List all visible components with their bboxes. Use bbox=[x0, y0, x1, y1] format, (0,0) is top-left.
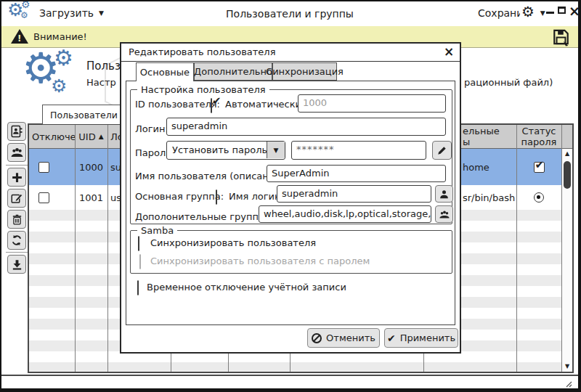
extra-groups-field[interactable]: wheel,audio,disk,lp,optical,storage,user… bbox=[259, 205, 431, 223]
login-name-checkbox[interactable] bbox=[216, 189, 217, 205]
disable-account-checkbox[interactable] bbox=[137, 280, 139, 295]
user-settings-legend: Настройка пользователя bbox=[137, 84, 269, 95]
row2-password-status-cell bbox=[516, 185, 561, 210]
address-book-button[interactable] bbox=[7, 122, 26, 141]
app-window: ⚙ ⚙ ⚙ Загрузить ▼ Пользователи и группы … bbox=[0, 0, 581, 392]
column-separator bbox=[75, 125, 76, 372]
cancel-button[interactable]: Отменить bbox=[307, 328, 380, 348]
edit-password-button[interactable] bbox=[432, 141, 452, 160]
cancel-icon bbox=[312, 333, 322, 343]
page-subtitle-fragment-right: рационный файл) bbox=[464, 77, 553, 88]
edit-user-button[interactable] bbox=[7, 189, 26, 208]
resize-grip[interactable] bbox=[564, 379, 572, 388]
row2-disabled-checkbox[interactable] bbox=[38, 192, 49, 203]
apply-button-label: Применить bbox=[400, 332, 455, 343]
row1-disabled-checkbox[interactable] bbox=[38, 162, 49, 173]
auto-id-checkbox-label: Автоматически bbox=[225, 99, 301, 110]
tab-additional[interactable]: Дополнительно bbox=[194, 62, 272, 81]
user-id-field[interactable]: 1000 bbox=[298, 94, 446, 113]
row2-password-status-radio[interactable] bbox=[534, 192, 544, 203]
column-separator bbox=[107, 125, 108, 372]
row1-password-status-checkbox[interactable] bbox=[534, 162, 545, 173]
dialog-titlebar[interactable]: Редактировать пользователя × bbox=[121, 44, 460, 62]
tab-computer-users[interactable]: Пользователи кон bbox=[42, 105, 129, 124]
disable-account-label: Временное отключение учётной записи bbox=[147, 282, 346, 293]
edit-user-dialog: Редактировать пользователя × Основные До… bbox=[120, 42, 461, 354]
close-window-button[interactable]: × bbox=[569, 4, 580, 18]
column-header-password-status-line2[interactable]: пароля bbox=[516, 136, 561, 147]
add-user-button[interactable] bbox=[7, 168, 26, 187]
row1-password-status-cell bbox=[516, 149, 561, 185]
sync-user-password-label: Синхронизировать пользователя с паролем bbox=[150, 256, 370, 266]
delete-user-button[interactable] bbox=[7, 210, 26, 229]
scrollbar-up-button[interactable]: ▲ bbox=[562, 149, 572, 159]
tab-general[interactable]: Основные bbox=[136, 62, 194, 81]
password-mode-value: Установить пароль bbox=[172, 144, 267, 155]
column-header-disabled[interactable]: Отключен bbox=[29, 125, 75, 148]
chevron-down-icon: ▼ bbox=[540, 9, 545, 17]
table-scrollbar[interactable]: ▲ ▼ bbox=[562, 149, 572, 372]
fullname-field[interactable]: SuperAdmin bbox=[267, 165, 446, 182]
minimize-button[interactable] bbox=[546, 12, 554, 14]
user-group-button[interactable] bbox=[7, 143, 26, 162]
samba-group bbox=[130, 230, 452, 274]
column-separator bbox=[516, 125, 517, 372]
dialog-close-icon[interactable]: × bbox=[444, 44, 454, 59]
sidebar-divider bbox=[6, 252, 28, 253]
select-extra-groups-button[interactable] bbox=[435, 205, 453, 223]
scrollbar-thumb[interactable] bbox=[564, 161, 571, 189]
fullname-label: Имя пользователя (описание): bbox=[135, 171, 288, 181]
warning-text: Внимание! bbox=[33, 31, 87, 42]
primary-group-field[interactable]: superadmin bbox=[277, 185, 431, 203]
row1-disabled-checkbox-cell bbox=[29, 149, 75, 185]
sync-user-checkbox[interactable] bbox=[138, 236, 139, 251]
page-subtitle-fragment-left: Настр bbox=[86, 77, 116, 88]
column-header-uid-label: UID bbox=[78, 131, 95, 142]
chevron-down-icon: ▼ bbox=[274, 147, 279, 154]
column-header-uid[interactable]: UID ▲ bbox=[75, 125, 107, 148]
row2-uid-cell: 1001 bbox=[75, 185, 107, 210]
primary-group-label: Основная группа: bbox=[135, 191, 224, 202]
row1-uid-cell: 1000 bbox=[75, 149, 107, 185]
page-title-fragment: Польз bbox=[86, 60, 121, 73]
apply-button[interactable]: ✔ Применить bbox=[384, 328, 458, 348]
sidebar-divider bbox=[6, 165, 28, 166]
select-group-user-button[interactable] bbox=[435, 185, 453, 203]
settings-gear-icon[interactable]: ⚙ bbox=[520, 3, 536, 20]
dialog-title: Редактировать пользователя bbox=[129, 46, 275, 57]
tab-computer-users-label: Пользователи кон bbox=[50, 110, 129, 121]
row2-disabled-checkbox-cell bbox=[29, 185, 75, 210]
import-button[interactable] bbox=[7, 255, 26, 274]
tab-synchronization[interactable]: Синхронизация bbox=[272, 62, 337, 81]
maximize-button[interactable] bbox=[558, 7, 566, 14]
login-field[interactable]: superadmin bbox=[166, 118, 446, 136]
page-logo-gear-small-icon: ⚙ bbox=[54, 45, 73, 70]
auto-id-checkbox[interactable] bbox=[211, 98, 212, 113]
sort-asc-icon: ▲ bbox=[99, 133, 104, 140]
samba-legend: Samba bbox=[137, 225, 177, 236]
page-logo-gear-small2-icon: ⚙ bbox=[51, 75, 67, 97]
scrollbar-down-button[interactable]: ▼ bbox=[562, 362, 572, 372]
password-mode-select[interactable]: Установить пароль ▼ bbox=[166, 141, 285, 160]
status-bar bbox=[1, 375, 578, 390]
save-file-icon[interactable] bbox=[551, 28, 571, 46]
sync-user-label: Синхронизировать пользователя bbox=[150, 237, 316, 248]
password-mode-dropdown-button[interactable]: ▼ bbox=[267, 142, 285, 158]
column-header-password-status-line1[interactable]: Статус bbox=[516, 126, 561, 136]
warning-exclamation: ! bbox=[17, 33, 21, 44]
check-icon: ✔ bbox=[387, 332, 396, 344]
user-id-label: ID пользователя: bbox=[135, 99, 220, 110]
cancel-button-label: Отменить bbox=[326, 332, 375, 343]
extra-groups-label: Дополонительные группы: bbox=[135, 211, 269, 222]
sync-user-password-checkbox[interactable] bbox=[139, 254, 141, 269]
top-toolbar: ⚙ ⚙ ⚙ Загрузить ▼ Пользователи и группы … bbox=[1, 1, 578, 28]
refresh-button[interactable] bbox=[7, 231, 26, 250]
password-field[interactable]: ******* bbox=[291, 141, 426, 160]
login-label: Логин: bbox=[135, 123, 168, 134]
